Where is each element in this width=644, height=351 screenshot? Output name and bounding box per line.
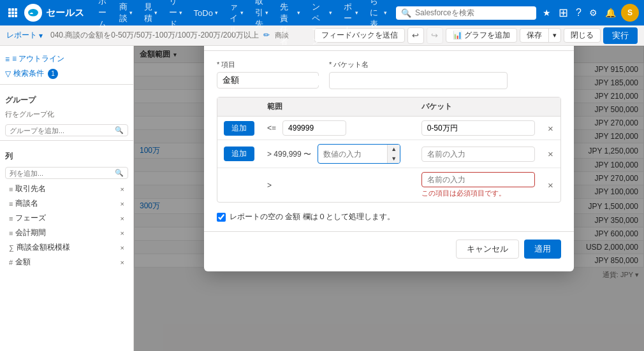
checkbox-label: レポートの空の 金額 欄は０として処理します。	[230, 211, 395, 222]
column-label-1: 商談名	[15, 198, 38, 209]
field-input-wrapper[interactable]: ×	[217, 72, 319, 89]
bucket-value-input-1[interactable]	[421, 147, 535, 162]
nav-accounts[interactable]: 取引先▾	[250, 0, 274, 25]
group-search-input[interactable]	[10, 127, 115, 134]
nav-contacts[interactable]: 取引先責任者▾	[275, 0, 305, 25]
svg-rect-4	[11, 11, 14, 14]
drag-icon-3: ≡	[9, 229, 13, 237]
cancel-button[interactable]: キャンセル	[456, 240, 519, 259]
column-remove-3[interactable]: ×	[121, 229, 124, 237]
nav-estimates[interactable]: 見積▾	[139, 0, 163, 25]
columns-title: 列	[5, 148, 128, 164]
drag-icon-1: ≡	[9, 200, 13, 208]
filter-count: 1	[48, 69, 58, 79]
nav-deals[interactable]: 商談▾	[114, 0, 138, 25]
salesforce-logo[interactable]: ☁	[24, 4, 42, 22]
column-remove-0[interactable]: ×	[121, 185, 124, 193]
bucket-row-1: 追加 > 499,999 〜 ▲	[217, 140, 560, 168]
groups-section: グループ 行をグループ化 🔍	[0, 89, 133, 136]
undo-button[interactable]: ↩	[407, 27, 424, 44]
star-icon[interactable]: ★	[540, 6, 553, 19]
bucket-row-2: > この項目は必須項目です。 ×	[217, 168, 560, 203]
graph-button[interactable]: 📊 グラフを追加	[446, 28, 517, 43]
column-search-icon: 🔍	[115, 169, 124, 177]
column-remove-1[interactable]: ×	[121, 200, 124, 208]
range-header: 範囲	[261, 97, 415, 117]
range-value-input-0[interactable]	[282, 120, 346, 136]
bucket-value-input-2[interactable]	[421, 172, 535, 187]
breadcrumb-back[interactable]: レポート ▾	[6, 30, 43, 41]
outline-label: ≡ アウトライン	[12, 54, 64, 64]
column-remove-2[interactable]: ×	[121, 215, 124, 222]
topbar: ☁ セールス ホーム 商談▾ 見積▾ リード▾ ToDo▾ ファイル▾ 取引先▾…	[0, 0, 644, 25]
search-bar[interactable]: 🔍	[396, 6, 536, 20]
column-label-5: 金額	[15, 257, 31, 268]
bucket-name-label: * バケット名	[329, 60, 508, 69]
range-label-1: > 499,999 〜	[267, 150, 311, 159]
empty-zero-checkbox[interactable]	[217, 213, 226, 222]
delete-bucket-button-2[interactable]: ×	[548, 180, 553, 190]
avatar[interactable]: S	[621, 4, 639, 22]
filter-row[interactable]: ▽ 検索条件 1	[0, 67, 133, 80]
breadcrumb-chevron: ▾	[39, 31, 43, 40]
nav-leads[interactable]: リード▾	[164, 0, 187, 25]
column-item-deal: ≡ 商談名 ×	[5, 196, 128, 211]
search-icon: 🔍	[401, 8, 411, 18]
secnav-actions: フィードバックを送信 ↩ ↪ 📊 グラフを追加 保存 ▾ 閉じる 実行	[314, 27, 638, 44]
apply-button[interactable]: 適用	[524, 240, 561, 259]
settings-icon[interactable]: ⚙	[587, 6, 600, 19]
bucket-name-input[interactable]	[329, 72, 508, 89]
nav-files[interactable]: ファイル▾	[224, 0, 249, 25]
apps-icon[interactable]	[5, 5, 20, 20]
column-item-tax: ∑ 商談金額税模様 ×	[5, 240, 128, 255]
nav-todo[interactable]: ToDo▾	[189, 0, 223, 25]
close-button[interactable]: 閉じる	[564, 28, 601, 43]
group-search[interactable]: 🔍	[5, 124, 128, 136]
bell-icon[interactable]: 🔔	[603, 6, 618, 19]
column-search-input[interactable]	[10, 169, 115, 177]
feedback-button[interactable]: フィードバックを送信	[314, 28, 405, 43]
sidebar-toggle[interactable]: ≡ ≡ アウトライン	[0, 51, 133, 67]
field-input[interactable]	[223, 76, 330, 85]
delete-bucket-button-0[interactable]: ×	[548, 123, 553, 134]
column-item-phase: ≡ フェーズ ×	[5, 211, 128, 226]
add-bucket-button-1[interactable]: 追加	[224, 147, 254, 161]
spinner-up-1[interactable]: ▲	[388, 145, 400, 154]
bucket-value-input-0[interactable]	[421, 120, 535, 136]
nav-reports[interactable]: レポート▾	[339, 0, 363, 25]
spinner-down-1[interactable]: ▼	[388, 154, 400, 164]
range-label-2: >	[267, 181, 272, 190]
redo-button[interactable]: ↪	[427, 27, 443, 44]
nav-campaigns[interactable]: キャンペーン▾	[307, 0, 337, 25]
svg-text:☁: ☁	[29, 11, 33, 15]
add-bucket-button-0[interactable]: 追加	[224, 121, 254, 136]
save-main-button[interactable]: 保存	[520, 29, 549, 42]
outline-icon: ≡	[5, 55, 10, 64]
page-title: 040.商談の金額を0-50万/50万-100万/100万-200万/200万以…	[48, 30, 314, 41]
pencil-icon[interactable]: ✏	[263, 31, 270, 39]
column-remove-4[interactable]: ×	[121, 244, 124, 252]
modal-dialog: × バケット列を編集 * 項目 × * バケット名	[204, 46, 574, 271]
column-label-4: 商談金額税模様	[17, 242, 70, 253]
nav-more[interactable]: さらに表示▾	[365, 0, 392, 25]
search-input[interactable]	[415, 8, 531, 17]
nav-home[interactable]: ホーム	[93, 0, 113, 25]
svg-rect-0	[8, 8, 11, 11]
svg-rect-6	[8, 15, 11, 17]
field-label: * 項目	[217, 60, 319, 69]
help-icon[interactable]: ?	[573, 6, 584, 20]
column-item-account: ≡ 取引先名 ×	[5, 182, 128, 196]
range-spinner-input-1[interactable]	[318, 147, 387, 161]
add-icon[interactable]: ⊞	[556, 4, 571, 21]
column-item-amount: # 金額 ×	[5, 255, 128, 269]
modal-title: バケット列を編集	[204, 46, 574, 51]
delete-bucket-button-1[interactable]: ×	[548, 148, 553, 159]
svg-rect-2	[15, 8, 17, 11]
run-button[interactable]: 実行	[603, 27, 638, 44]
column-search[interactable]: 🔍	[5, 167, 128, 179]
search-icon-small: 🔍	[115, 126, 124, 134]
bucket-row-0: 追加 <=	[217, 117, 560, 140]
save-dropdown-button[interactable]: ▾	[549, 30, 560, 41]
column-remove-5[interactable]: ×	[121, 259, 124, 266]
svg-rect-8	[15, 15, 17, 17]
